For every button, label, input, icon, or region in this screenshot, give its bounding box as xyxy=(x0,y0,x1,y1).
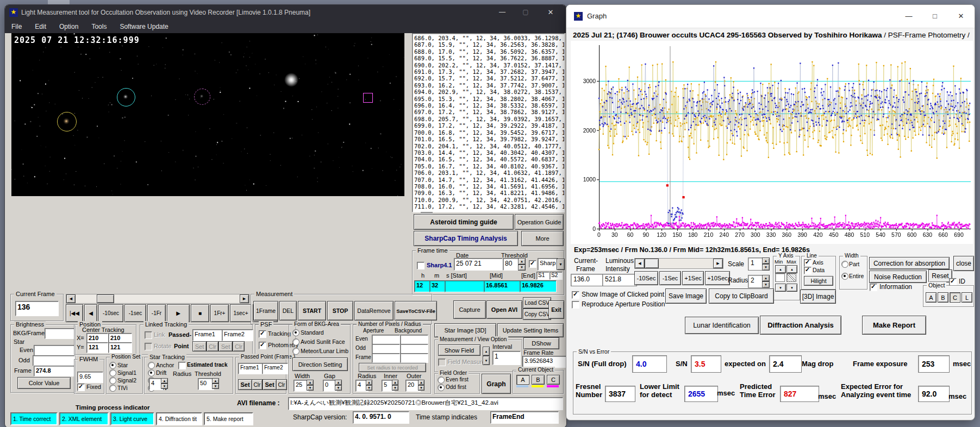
spin-down-icon[interactable]: ▼ xyxy=(161,384,168,389)
menu-item-option[interactable]: Option xyxy=(53,21,85,32)
y-tracking-field[interactable]: 121 xyxy=(108,342,132,353)
sn-full-field[interactable]: 4.0 xyxy=(632,355,667,373)
video-frame-panel[interactable]: 2025 07 21 12:32:16:999 xyxy=(11,33,404,196)
list-splitter-handle[interactable] xyxy=(421,212,433,214)
radio-drift[interactable] xyxy=(148,369,155,376)
graph-scrollbar-thumb[interactable] xyxy=(645,259,659,268)
play-button[interactable]: ▶ xyxy=(167,304,190,322)
list-item[interactable]: 699.0, 17.2, "", 12, 34, 39.2922, 39.418… xyxy=(414,122,564,129)
step-back-button[interactable]: ◀ xyxy=(84,304,97,322)
frame-scrollbar-thumb[interactable] xyxy=(97,294,114,303)
minus-10sec-button[interactable]: -10Sec xyxy=(634,271,658,285)
fwhm-field[interactable]: 9.65 xyxy=(77,372,103,383)
list-item[interactable]: 703.0, 14.4, "", 12, 34, 40.3042, 40.430… xyxy=(414,149,564,156)
field-measure-checkbox[interactable] xyxy=(438,359,446,366)
spin-up-icon[interactable]: ▲ xyxy=(366,380,372,385)
even-background-field[interactable] xyxy=(400,335,428,344)
luminous-intensity-field[interactable]: 521.8 xyxy=(602,274,637,286)
odd-field[interactable] xyxy=(33,355,75,366)
menu-item-software-update[interactable]: Software Update xyxy=(113,21,174,32)
psf-photometry-checkbox[interactable] xyxy=(259,342,266,349)
asteroid-timing-guide-button[interactable]: Asteroid timing guide xyxy=(414,214,514,230)
lt-clr2-button[interactable]: Clr xyxy=(233,341,245,351)
plus-1frame-button[interactable]: 1Fr+ xyxy=(210,304,229,322)
capture-button[interactable]: Capture xyxy=(453,300,486,319)
y-min-down-icon[interactable]: ▼ xyxy=(775,284,786,292)
spin-up-icon[interactable]: ▲ xyxy=(307,380,314,385)
radio-tivi[interactable] xyxy=(109,385,116,392)
list-item[interactable]: 698.0, 205.7, "", 12, 34, 39.0392, 39.16… xyxy=(414,116,564,122)
current-frame-field[interactable]: 136 xyxy=(15,301,59,316)
spin-down-icon[interactable]: ▼ xyxy=(212,384,219,389)
graph-titlebar[interactable]: ★ Graph — □ ✕ xyxy=(566,5,975,28)
spin-up-icon[interactable]: ▲ xyxy=(212,378,219,384)
radius-spinner[interactable]: ▲▼ xyxy=(366,380,372,391)
close-button[interactable]: close xyxy=(953,256,974,271)
interval-spinner[interactable]: ▲▼ xyxy=(483,347,490,365)
copy-csv-button[interactable]: Copy CSV xyxy=(523,309,551,320)
date-field[interactable]: 25 07 21 xyxy=(454,258,503,271)
spin-up-icon[interactable]: ▲ xyxy=(335,380,342,385)
graph-scrollbar[interactable]: ◀ ▶ xyxy=(634,258,723,269)
gap-spinner[interactable]: ▲▼ xyxy=(335,380,342,391)
id-checkbox[interactable] xyxy=(949,278,957,286)
dshow-button[interactable]: DShow xyxy=(523,337,559,349)
gw-object-l-button[interactable]: L xyxy=(962,292,972,303)
list-item[interactable]: 700.0, 16.8, "", 12, 34, 39.5452, 39.671… xyxy=(414,129,564,136)
y-max-up-icon[interactable]: ▲ xyxy=(787,265,797,273)
star-image-3d-button[interactable]: Star Image [3D] xyxy=(434,323,496,337)
spin-down-icon[interactable]: ▼ xyxy=(335,385,342,391)
menu-item-file[interactable]: File xyxy=(5,21,28,32)
list-item[interactable]: 711.0, 17.2, "", 12, 34, 42.3281, 42.454… xyxy=(414,203,564,210)
list-item[interactable]: 706.0, 203.1, "", 12, 34, 41.0632, 41.18… xyxy=(414,169,564,176)
skip-start-button[interactable]: |◀◀ xyxy=(66,304,83,322)
stop-button[interactable]: STOP xyxy=(327,301,353,321)
time-m-field[interactable]: 32 xyxy=(429,280,446,292)
spin-up-icon[interactable]: ▲ xyxy=(418,380,425,385)
frame-exposure-field[interactable]: 253 xyxy=(918,355,950,373)
list-item[interactable]: 691.0, 17.3, "", 12, 34, 37.2682, 37.394… xyxy=(414,68,564,75)
lunar-identification-button[interactable]: Lunar Identification xyxy=(685,317,759,334)
direction-setting-button[interactable]: Direction Setting xyxy=(292,357,348,371)
avi-filename-field[interactable]: I:¥A-えんぺい観測¥観測記録2025¥20250721◎Brouwer自宅¥… xyxy=(288,397,563,410)
show-field-button[interactable]: Show Field xyxy=(438,344,480,356)
list-item[interactable]: 702.0, 204.1, "", 12, 34, 40.0512, 40.17… xyxy=(414,143,564,149)
lt-frame1-field[interactable]: Frame1 xyxy=(192,329,224,341)
psf-tracking-checkbox[interactable] xyxy=(259,330,266,338)
list-item[interactable]: 693.0, 16.2, "", 12, 34, 37.7742, 37.900… xyxy=(414,82,564,89)
gw-object-b-button[interactable]: B xyxy=(938,292,948,303)
exit-button[interactable]: Exit xyxy=(548,300,564,319)
list-item[interactable]: 695.0, 15.3, "", 12, 34, 38.2802, 38.406… xyxy=(414,96,564,102)
list-item[interactable]: 692.0, 15.7, "", 12, 34, 37.5212, 37.647… xyxy=(414,75,564,81)
close-icon[interactable]: ✕ xyxy=(949,5,973,27)
minus-1sec-button[interactable]: -1Sec xyxy=(659,271,681,285)
spin-down-icon[interactable]: ▼ xyxy=(762,281,770,288)
close-icon[interactable]: ✕ xyxy=(540,8,561,16)
sn-field[interactable]: 3.5 xyxy=(691,355,721,373)
list-item[interactable]: 708.0, 16.0, "", 12, 34, 41.5691, 41.695… xyxy=(414,183,564,190)
time-h-field[interactable]: 12 xyxy=(414,280,430,292)
minus-10sec-button[interactable]: -10sec xyxy=(98,304,123,322)
object-b-button[interactable]: B xyxy=(532,375,545,385)
diffraction-analysis-button[interactable]: Diffraction Analysis xyxy=(760,316,841,335)
outer-spinner[interactable]: ▲▼ xyxy=(418,380,425,391)
radio-signal2[interactable] xyxy=(109,377,116,384)
lt-set1-button[interactable]: Set xyxy=(192,341,207,351)
minus-1sec-button[interactable]: -1sec xyxy=(124,304,146,322)
stop-button[interactable]: ■ xyxy=(191,304,209,322)
fwhm-fixed-checkbox[interactable] xyxy=(77,384,85,391)
gw-current-frame-field[interactable]: 136.0 xyxy=(571,274,604,286)
spin-up-icon[interactable]: ▲ xyxy=(483,347,490,356)
maximize-icon[interactable]: □ xyxy=(923,5,947,27)
width-spinner[interactable]: ▲▼ xyxy=(307,380,314,391)
list-item[interactable]: 709.0, 16.3, "", 12, 34, 41.8221, 41.948… xyxy=(414,190,564,196)
estimated-track-checkbox[interactable] xyxy=(178,362,186,369)
save-to-csv-button[interactable]: SaveToCSV-File xyxy=(395,301,437,321)
fresnel-field[interactable]: 3837 xyxy=(605,386,635,402)
radio-part[interactable] xyxy=(841,261,848,268)
radio-star[interactable] xyxy=(109,362,116,369)
radio-anchor[interactable] xyxy=(148,362,155,369)
open-avi-button[interactable]: Open AVI xyxy=(486,300,522,319)
list-item[interactable]: 710.0, 200.9, "", 12, 34, 42.0751, 42.20… xyxy=(414,197,564,203)
start-button[interactable]: START xyxy=(298,301,326,321)
